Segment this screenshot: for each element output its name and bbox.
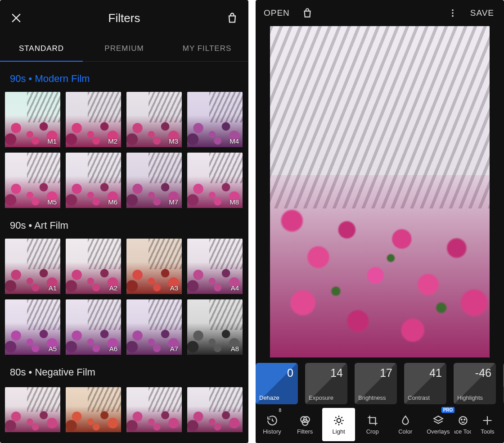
tool-label: Overlays: [427, 428, 450, 435]
filter-label: M6: [108, 198, 117, 206]
filter-thumb-M6[interactable]: M6: [66, 153, 121, 208]
slider-highlights[interactable]: -46Highlights: [454, 363, 496, 404]
bag-icon[interactable]: [302, 7, 313, 19]
slider-brightness[interactable]: 17Brightness: [355, 363, 397, 404]
svg-point-9: [464, 419, 465, 420]
filter-label: M3: [169, 137, 178, 145]
tab-premium[interactable]: PREMIUM: [83, 36, 166, 61]
filter-thumb-A5[interactable]: A5: [5, 299, 60, 355]
filter-thumb-A2[interactable]: A2: [66, 239, 121, 294]
slider-contrast[interactable]: 41Contrast: [404, 363, 446, 404]
shop-icon[interactable]: [226, 12, 238, 24]
filter-thumb-A8[interactable]: A8: [187, 299, 243, 355]
light-sliders[interactable]: 0Dehaze14Exposure17Brightness41Contrast-…: [256, 363, 504, 404]
filter-label: M2: [108, 137, 117, 145]
slider-name: Highlights: [457, 394, 483, 401]
filter-label: A1: [49, 284, 57, 292]
filter-thumb-M8[interactable]: M8: [187, 153, 243, 208]
editor-toolbar: 8 History Filters Light Crop Color PRO O…: [256, 406, 504, 443]
tool-label: Color: [398, 428, 412, 435]
tool-overlays[interactable]: PRO Overlays: [422, 406, 454, 443]
tool-label: Tools: [481, 428, 494, 435]
filter-thumb-M1[interactable]: M1: [5, 92, 60, 147]
group-title-art-film[interactable]: 90s • Art Film: [0, 208, 248, 239]
tool-color[interactable]: Color: [389, 406, 422, 443]
history-count: 8: [279, 408, 282, 413]
filter-thumb-M4[interactable]: M4: [187, 92, 243, 147]
svg-point-2: [452, 15, 454, 17]
filters-header: Filters: [0, 0, 248, 36]
tool-crop[interactable]: Crop: [356, 406, 389, 443]
slider-dehaze[interactable]: 0Dehaze: [256, 363, 298, 404]
slider-name: Contrast: [408, 394, 430, 401]
filter-thumb-A1[interactable]: A1: [5, 239, 60, 294]
tab-standard[interactable]: STANDARD: [0, 36, 83, 61]
filter-label: A6: [109, 345, 117, 353]
filter-thumb-g2i1[interactable]: [66, 387, 121, 432]
filter-thumb-g2i2[interactable]: [126, 387, 182, 432]
filter-label: M8: [230, 198, 239, 206]
open-button[interactable]: OPEN: [264, 8, 290, 18]
pro-badge: PRO: [441, 407, 455, 413]
filters-title: Filters: [22, 11, 226, 25]
filters-scroll[interactable]: 90s • Modern Film M1M2M3M4M5M6M7M8 90s •…: [0, 61, 248, 443]
svg-point-0: [452, 9, 454, 11]
editor-panel: OPEN SAVE 0Dehaze14Exposure17Brightness4…: [256, 0, 504, 443]
filter-label: M1: [47, 137, 57, 145]
filter-thumb-M3[interactable]: M3: [126, 92, 182, 147]
filter-thumb-A6[interactable]: A6: [66, 299, 121, 355]
filter-label: M7: [169, 198, 178, 206]
filter-label: A3: [170, 284, 178, 292]
filter-label: A7: [170, 345, 178, 353]
filter-thumb-A7[interactable]: A7: [126, 299, 182, 355]
tool-filters[interactable]: Filters: [288, 406, 321, 443]
svg-point-6: [337, 418, 341, 422]
slider-value: 17: [380, 366, 392, 380]
filter-thumb-M2[interactable]: M2: [66, 92, 121, 147]
filter-label: M5: [47, 198, 57, 206]
filter-label: A8: [231, 345, 239, 353]
tab-myfilters[interactable]: MY FILTERS: [166, 36, 248, 61]
more-icon[interactable]: [448, 8, 458, 18]
close-icon[interactable]: [10, 12, 22, 24]
slider-exposure[interactable]: 14Exposure: [305, 363, 347, 404]
tool-label: Crop: [366, 428, 379, 435]
filter-tabs: STANDARD PREMIUM MY FILTERS: [0, 36, 248, 62]
image-preview[interactable]: [270, 26, 490, 357]
filter-thumb-A3[interactable]: A3: [126, 239, 182, 294]
filter-label: A5: [49, 345, 57, 353]
svg-point-8: [461, 419, 462, 420]
filter-label: A2: [109, 284, 117, 292]
slider-name: Exposure: [309, 394, 333, 401]
tool-light[interactable]: Light: [322, 408, 355, 441]
save-button[interactable]: SAVE: [470, 8, 494, 18]
filter-thumb-M7[interactable]: M7: [126, 153, 182, 208]
editor-header: OPEN SAVE: [256, 0, 504, 26]
filter-thumb-A4[interactable]: A4: [187, 239, 243, 294]
filters-panel: Filters STANDARD PREMIUM MY FILTERS 90s …: [0, 0, 248, 443]
filter-thumb-g2i0[interactable]: [5, 387, 60, 432]
filter-thumb-g2i3[interactable]: [187, 387, 243, 432]
tool-label: Light: [333, 428, 345, 435]
slider-name: Brightness: [358, 394, 386, 401]
svg-point-7: [459, 416, 467, 424]
tool-label: Filters: [297, 428, 313, 435]
tool-tools[interactable]: Tools: [471, 406, 504, 443]
slider-name: Dehaze: [259, 394, 279, 401]
filter-label: A4: [231, 284, 239, 292]
slider-value: 14: [330, 366, 343, 380]
slider-value: -46: [475, 366, 491, 380]
tool-history[interactable]: 8 History: [256, 406, 288, 443]
group-title-negative-film[interactable]: 80s • Negative Film: [0, 355, 248, 385]
tool-label: Face Tools: [454, 428, 471, 435]
slider-value: 0: [287, 366, 293, 380]
filter-label: M4: [230, 137, 239, 145]
slider-value: 41: [429, 366, 442, 380]
tool-face[interactable]: Face Tools: [454, 406, 471, 443]
tool-label: History: [263, 428, 281, 435]
svg-point-1: [452, 12, 454, 14]
filter-thumb-M5[interactable]: M5: [5, 153, 60, 208]
group-title-modern-film[interactable]: 90s • Modern Film: [0, 61, 248, 92]
